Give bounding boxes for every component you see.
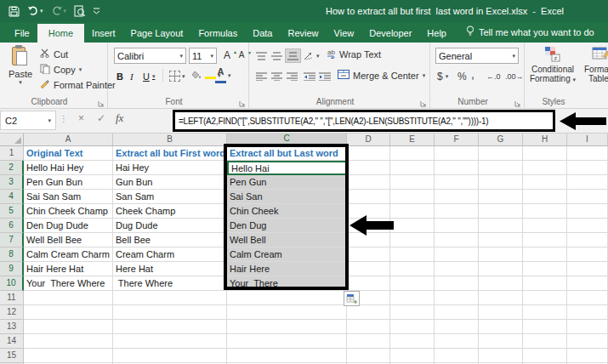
cell-C15[interactable] xyxy=(227,349,347,363)
row-header-9[interactable]: 9 xyxy=(0,262,24,276)
cell-G4[interactable] xyxy=(479,190,523,204)
col-header-A[interactable]: A xyxy=(24,134,113,146)
cell-B12[interactable] xyxy=(113,305,227,320)
cell-A13[interactable] xyxy=(24,320,113,334)
cell-B14[interactable] xyxy=(113,334,227,349)
cell-I4[interactable] xyxy=(567,190,608,204)
cell-I13[interactable] xyxy=(567,320,608,334)
row-header-8[interactable]: 8 xyxy=(0,247,24,262)
cell-D10[interactable] xyxy=(347,276,390,291)
tab-insert[interactable]: Insert xyxy=(84,24,123,43)
orientation-dropdown-icon[interactable]: ▾ xyxy=(316,53,320,60)
percent-button[interactable]: % xyxy=(456,69,469,83)
select-all-button[interactable] xyxy=(0,134,24,146)
cell-F3[interactable] xyxy=(435,175,479,190)
tab-file[interactable]: File xyxy=(7,24,37,43)
cell-A6[interactable]: Den Dug Dude xyxy=(24,219,113,233)
cell-H5[interactable] xyxy=(523,204,567,219)
cell-B4[interactable]: San Sam xyxy=(113,190,227,204)
cell-E4[interactable] xyxy=(390,190,435,204)
cell-B1[interactable]: Extract all but First word xyxy=(113,146,227,161)
number-format-select[interactable]: General▾ xyxy=(435,48,519,64)
format-painter-button[interactable]: Format Painter xyxy=(40,79,116,91)
copy-dropdown-icon[interactable]: ▾ xyxy=(79,66,82,73)
cell-A10[interactable]: Your There Where xyxy=(24,276,113,291)
col-header-H[interactable]: H xyxy=(523,134,567,146)
redo-dropdown-icon[interactable]: ▾ xyxy=(64,8,67,14)
cell-H1[interactable] xyxy=(523,146,567,161)
cell-H12[interactable] xyxy=(523,305,567,320)
cell-H9[interactable] xyxy=(523,262,567,276)
autofill-options-button[interactable] xyxy=(344,291,360,306)
tab-formulas[interactable]: Formulas xyxy=(190,24,245,43)
cell-E1[interactable] xyxy=(390,146,435,161)
cell-I7[interactable] xyxy=(567,233,608,247)
cell-F1[interactable] xyxy=(435,146,479,161)
underline-button[interactable]: U▾ xyxy=(141,69,156,83)
cell-A2[interactable]: Hello Hai Hey xyxy=(24,161,113,175)
cell-I2[interactable] xyxy=(567,161,608,175)
tab-developer[interactable]: Developer xyxy=(361,24,419,43)
cell-H13[interactable] xyxy=(523,320,567,334)
increase-indent-button[interactable] xyxy=(317,69,332,83)
cell-G10[interactable] xyxy=(479,276,523,291)
col-header-I[interactable]: I xyxy=(567,134,608,146)
cell-G8[interactable] xyxy=(479,247,523,262)
decrease-indent-button[interactable] xyxy=(302,69,317,83)
top-align-button[interactable] xyxy=(254,48,269,63)
cell-E15[interactable] xyxy=(390,349,435,363)
decrease-decimal-button[interactable]: .00→ xyxy=(503,69,526,83)
cell-B5[interactable]: Cheek Champ xyxy=(113,204,227,219)
cell-E5[interactable] xyxy=(390,204,435,219)
cell-E6[interactable] xyxy=(390,219,435,233)
col-header-D[interactable]: D xyxy=(347,134,390,146)
merge-center-button[interactable]: Merge & Center ▾ xyxy=(338,70,425,81)
cell-G11[interactable] xyxy=(479,291,523,305)
print-preview-icon[interactable] xyxy=(74,5,85,17)
format-as-table-button[interactable]: Format aTable ▾ xyxy=(579,46,608,84)
cell-A15[interactable] xyxy=(24,349,113,363)
cell-D14[interactable] xyxy=(347,334,390,349)
cell-C4[interactable]: Sai San xyxy=(227,190,347,204)
cell-C11[interactable] xyxy=(227,291,347,305)
enter-icon[interactable]: ✓ xyxy=(97,112,105,124)
cell-D4[interactable] xyxy=(347,190,390,204)
cell-E14[interactable] xyxy=(390,334,435,349)
cell-B13[interactable] xyxy=(113,320,227,334)
cell-B9[interactable]: Here Hat xyxy=(113,262,227,276)
row-header-2[interactable]: 2 xyxy=(0,161,24,175)
cell-F6[interactable] xyxy=(435,219,479,233)
undo-icon[interactable]: ▾ xyxy=(27,6,43,16)
cell-D9[interactable] xyxy=(347,262,390,276)
cell-A4[interactable]: Sai San Sam xyxy=(24,190,113,204)
row-header-7[interactable]: 7 xyxy=(0,233,24,247)
cell-A3[interactable]: Pen Gun Bun xyxy=(24,175,113,190)
cell-D1[interactable] xyxy=(347,146,390,161)
cell-D13[interactable] xyxy=(347,320,390,334)
cell-I10[interactable] xyxy=(567,276,608,291)
cell-F7[interactable] xyxy=(435,233,479,247)
tab-home[interactable]: Home xyxy=(37,24,84,43)
cut-button[interactable]: Cut xyxy=(40,48,68,60)
row-header-4[interactable]: 4 xyxy=(0,190,24,204)
cell-E10[interactable] xyxy=(390,276,435,291)
cell-I15[interactable] xyxy=(567,349,608,363)
name-box-dropdown-icon[interactable]: ▾ xyxy=(48,117,51,124)
conditional-formatting-button[interactable]: ≠ ConditionalFormatting ▾ xyxy=(528,46,577,84)
cell-A8[interactable]: Calm Cream Charm xyxy=(24,247,113,262)
font-size-select[interactable]: 11▾ xyxy=(189,48,217,64)
comma-button[interactable]: , xyxy=(469,66,476,81)
cell-A9[interactable]: Hair Here Hat xyxy=(24,262,113,276)
cell-I8[interactable] xyxy=(567,247,608,262)
row-header-11[interactable]: 11 xyxy=(0,291,24,305)
merge-center-dropdown-icon[interactable]: ▾ xyxy=(423,72,426,79)
cell-C10[interactable]: Your There xyxy=(227,276,347,291)
cell-A14[interactable] xyxy=(24,334,113,349)
tell-me-box[interactable]: Tell me what you want to do xyxy=(466,26,594,43)
wrap-text-button[interactable]: ab Wrap Text xyxy=(327,49,381,60)
cell-C13[interactable] xyxy=(227,320,347,334)
cell-C12[interactable] xyxy=(227,305,347,320)
save-icon[interactable] xyxy=(9,6,20,17)
number-dialog-launcher-icon[interactable] xyxy=(514,99,521,105)
cell-G12[interactable] xyxy=(479,305,523,320)
